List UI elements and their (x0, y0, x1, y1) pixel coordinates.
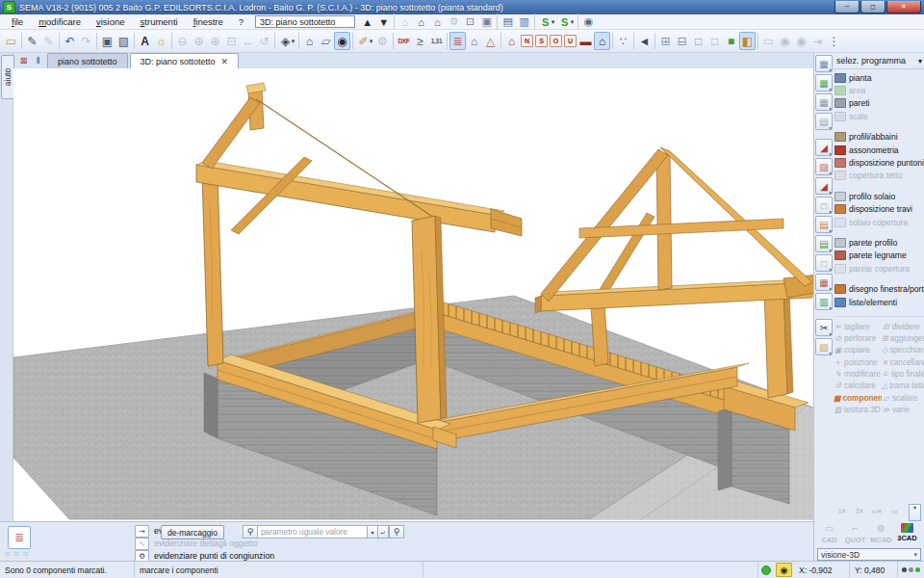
roof-visibility-icon[interactable]: △ (482, 32, 499, 50)
zoom-out-icon[interactable]: ⊖ (174, 32, 191, 50)
layer-pareti-eye[interactable]: ▦ (815, 93, 833, 111)
document-list-icon[interactable]: ▤ (500, 14, 516, 29)
layer-visibility-icon[interactable]: ≣ (449, 32, 466, 50)
menu-strumenti[interactable]: strumenti (133, 16, 186, 27)
tool-modificare[interactable]: ✎modificare (834, 368, 882, 380)
layer-solaio-eye[interactable]: □ (815, 197, 833, 214)
redo-icon[interactable]: ↷ (78, 32, 94, 50)
layer-legname-eye[interactable]: ▤ (815, 235, 833, 252)
layers-button[interactable]: ≣ (8, 526, 31, 549)
walkthrough-icon[interactable]: ∵ (615, 32, 631, 50)
close-button[interactable]: ✕ (886, 1, 921, 13)
view-3d-icon[interactable]: ⌂ (594, 32, 610, 50)
layer-pianta-eye[interactable]: ▦ (815, 55, 833, 72)
menu-visione[interactable]: visione (89, 16, 133, 27)
tool-calcolare[interactable]: ↺calcolare (834, 381, 882, 392)
view-u-icon[interactable]: U (564, 35, 577, 47)
dropdown-caret-icon[interactable]: ▾ (290, 32, 296, 50)
render-color-icon[interactable]: ■ (723, 32, 739, 50)
close-window-icon[interactable]: ⊠ (16, 54, 31, 67)
building-settings-icon[interactable]: ⌂ (429, 14, 446, 29)
split-view-icon[interactable]: ‖ (31, 54, 45, 67)
statistics-icon[interactable]: ▥ (516, 14, 532, 29)
sidebar-item-disposizione-puntoni[interactable]: disposizione puntoni (834, 156, 924, 169)
search-enter-icon[interactable]: ↵ (378, 525, 389, 539)
tool-specchiare[interactable]: ◇specchiare (882, 345, 924, 356)
cut-3d-tool-icon[interactable]: ✂ (815, 319, 833, 336)
tool-aggiungere[interactable]: ⊞aggiungere (882, 333, 924, 345)
printer-output-icon[interactable]: ▣ (478, 14, 495, 29)
pan-icon[interactable]: ↔ (240, 32, 256, 50)
tool-tagliare[interactable]: ✂tagliare (834, 321, 882, 332)
view-west-icon[interactable]: O (550, 35, 562, 47)
layer-parete-profilo-eye[interactable]: □ (815, 254, 833, 272)
view-section-icon[interactable]: ▬ (578, 32, 594, 50)
scale-display-icon[interactable]: 1,31 (428, 32, 445, 50)
rotate-view-icon[interactable]: ↺ (256, 32, 272, 50)
search-icon[interactable]: ⚲ (243, 525, 258, 539)
screen-output-icon[interactable]: ⊡ (462, 14, 478, 29)
text-display-icon[interactable]: A (137, 32, 153, 50)
dropdown-caret-icon[interactable]: ▾ (368, 32, 374, 50)
building-icon[interactable]: ⌂ (413, 14, 429, 29)
zoom-full-icon[interactable]: ⊡ (223, 32, 240, 50)
tool-varie[interactable]: ≫varie (882, 404, 924, 415)
maximize-button[interactable]: ◻ (860, 1, 886, 13)
layer-copertura-eye[interactable]: ◢ (815, 177, 833, 195)
program-selector-header[interactable]: selez. programma ▾ (834, 53, 924, 69)
layer-assonometria-eye[interactable]: ◢ (815, 139, 833, 156)
scale-fit-icon[interactable]: ▭ (887, 506, 901, 517)
zoom-in-icon[interactable]: ⊕ (191, 32, 207, 50)
render-hidden-line-icon[interactable]: ⊟ (674, 32, 690, 50)
photo-settings-icon[interactable]: ◉ (793, 32, 809, 50)
sidebar-item-pianta[interactable]: pianta (834, 71, 924, 84)
layer-area-eye[interactable]: ▦ (815, 74, 833, 92)
tool-trama-tetto[interactable]: △trama tetto (882, 381, 924, 392)
tab-cad[interactable]: ▭ CAD (816, 523, 842, 544)
tab-3cad[interactable]: ■ 3CAD (894, 523, 920, 544)
dimension-icon[interactable]: ≥ (412, 32, 428, 50)
sidebar-item-parete-legname[interactable]: parete legname (834, 250, 924, 262)
layer-liste-eye[interactable]: ▥ (815, 293, 833, 310)
sidebar-item-disegno-finestra-porta[interactable]: disegno finestra/porta (834, 282, 924, 295)
edit-locked-icon[interactable]: ✎ (40, 32, 57, 50)
scale-custom-icon[interactable]: ▭✕ (870, 506, 884, 517)
tab-mcad[interactable]: ⚙ MCAD (868, 523, 894, 544)
building-visibility-icon[interactable]: ⌂ (466, 32, 482, 50)
machine-settings-icon[interactable]: ⚙ (374, 32, 391, 50)
3d-viewport[interactable] (13, 68, 813, 521)
menu-finestre[interactable]: finestre (186, 16, 231, 27)
photo-icon[interactable]: ◉ (777, 32, 793, 50)
sidebar-item-liste-elementi[interactable]: liste/elementi (834, 296, 924, 308)
tool-tipo-finale[interactable]: ≡tipo finale (882, 368, 924, 380)
toggle-icon[interactable]: ⇝ (135, 525, 149, 538)
menu-modificare[interactable]: modificare (31, 16, 89, 27)
visibility-eye-icon[interactable]: ◉ (334, 32, 350, 50)
building-up-icon[interactable]: ⌂ (397, 14, 413, 29)
edit-building-icon[interactable]: ✎ (24, 32, 40, 50)
sidebar-item-area[interactable]: area (834, 84, 924, 96)
title-bar[interactable]: S SEMA V18-2 (9015) 005 2 Baito G.P. EDI… (0, 0, 924, 14)
render-white-icon[interactable]: □ (706, 32, 723, 50)
clip-building-icon[interactable]: ⌂ (301, 32, 318, 50)
menu-file[interactable]: file (4, 16, 31, 27)
dropdown-caret-icon[interactable]: ▾ (569, 14, 576, 29)
sidebar-item-pareti[interactable]: pareti (834, 97, 924, 110)
scale-2x-icon[interactable]: 2✕ (853, 506, 866, 517)
tool-componenti[interactable]: ▦componenti (834, 392, 882, 404)
dropdown-caret-icon[interactable]: ▾ (550, 14, 556, 29)
parameter-search-input[interactable]: parametro uguale valore (258, 525, 368, 539)
help-panel-tab[interactable]: aiuto (1, 55, 14, 99)
toggle-icon[interactable]: ∿ (135, 538, 149, 550)
tool-copiare[interactable]: ▣copiare (834, 345, 882, 356)
presentation-icon[interactable]: ▭ (760, 32, 777, 50)
tool-posizione[interactable]: +posizione (834, 356, 882, 368)
close-tab-icon[interactable]: ✕ (221, 57, 229, 66)
tool-perforare[interactable]: ⊙perforare (834, 333, 882, 345)
tab-quot[interactable]: ⌐ QUOT (842, 523, 868, 544)
storey-down-button[interactable]: ▼ (375, 14, 392, 29)
minimize-button[interactable]: ─ (834, 1, 860, 13)
tab-piano-sottotetto[interactable]: piano sottotetto (47, 53, 128, 68)
sidebar-item-profilo-solaio[interactable]: profilo solaio (834, 190, 924, 202)
sidebar-item-scale[interactable]: scale (834, 110, 924, 122)
